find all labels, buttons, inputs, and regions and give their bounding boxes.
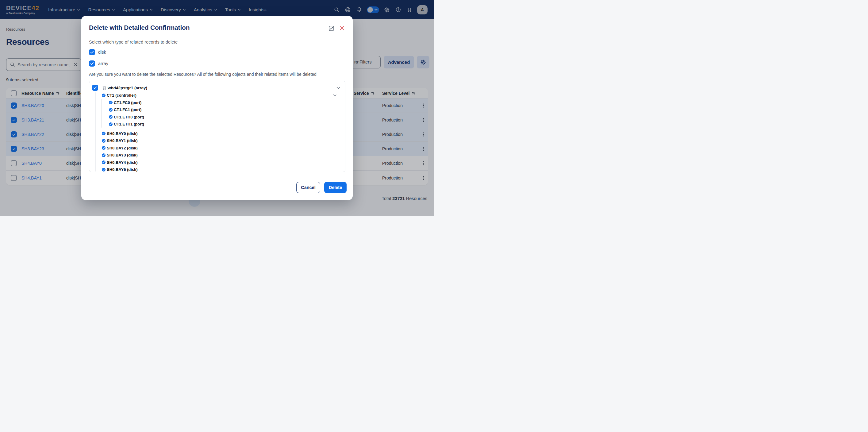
check-circle-icon bbox=[102, 94, 105, 97]
check-icon bbox=[93, 86, 97, 90]
check-circle-icon bbox=[109, 101, 113, 104]
tree-node-disk: SH0.BAY1 (disk) bbox=[89, 137, 345, 145]
tree-node-label: SH0.BAY3 (disk) bbox=[107, 153, 138, 157]
check-circle-icon bbox=[102, 132, 105, 135]
tree-node-port: CT1.ETH1 (port) bbox=[89, 121, 345, 128]
check-circle-icon bbox=[109, 115, 113, 119]
check-icon bbox=[90, 50, 94, 54]
tree-node-label: SH0.BAY0 (disk) bbox=[107, 131, 138, 136]
close-icon[interactable] bbox=[339, 26, 345, 31]
tree-root-row: wbd42pstgr1 (array) bbox=[89, 84, 345, 92]
tree-node-label: CT1.ETH0 (port) bbox=[114, 115, 144, 119]
check-circle-icon bbox=[109, 122, 113, 126]
tree-node-label: SH0.BAY2 (disk) bbox=[107, 146, 138, 150]
cancel-button[interactable]: Cancel bbox=[296, 182, 320, 193]
confirmation-message: Are you sure you want to delete the sele… bbox=[89, 72, 316, 77]
delete-confirmation-modal: Delete with Detailed Confirmation Select… bbox=[81, 16, 353, 200]
disk-checkbox[interactable] bbox=[89, 49, 95, 55]
check-circle-icon bbox=[102, 160, 105, 164]
tree-root-label: wbd42pstgr1 (array) bbox=[107, 86, 147, 90]
tree-node-label: CT1.FC0 (port) bbox=[114, 100, 142, 105]
app-root: DEVICE42 A Freshworks Company Infrastruc… bbox=[0, 0, 434, 216]
tree-node-disk: SH0.BAY2 (disk) bbox=[89, 145, 345, 152]
trash-icon bbox=[102, 86, 106, 90]
tree-node-port: CT1.FC1 (port) bbox=[89, 106, 345, 114]
checkbox-label: array bbox=[98, 61, 108, 66]
tree-node-label: SH0.BAY5 (disk) bbox=[107, 167, 138, 172]
modal-title: Delete with Detailed Confirmation bbox=[89, 24, 190, 31]
tree-node-controller: CT1 (controller) bbox=[89, 92, 345, 99]
tree-node-port: CT1.ETH0 (port) bbox=[89, 114, 345, 121]
tree-node-disk: SH0.BAY0 (disk) bbox=[89, 130, 345, 137]
check-circle-icon bbox=[102, 153, 105, 157]
check-icon bbox=[90, 61, 94, 66]
chevron-down-icon[interactable] bbox=[333, 93, 337, 98]
expand-modal-icon[interactable] bbox=[328, 25, 335, 32]
tree-node-port: CT1.FC0 (port) bbox=[89, 99, 345, 106]
checkbox-label: disk bbox=[98, 50, 106, 55]
chevron-down-icon[interactable] bbox=[336, 85, 341, 90]
related-objects-tree: wbd42pstgr1 (array) CT1 (controller) CT1… bbox=[89, 81, 345, 172]
delete-button[interactable]: Delete bbox=[324, 182, 347, 193]
tree-node-label: CT1.ETH1 (port) bbox=[114, 122, 144, 126]
tree-node-disk: SH0.BAY5 (disk) bbox=[89, 166, 345, 172]
type-checkbox-row-array: array bbox=[89, 60, 108, 67]
modal-subtitle: Select which type of related records to … bbox=[89, 39, 178, 44]
array-checkbox[interactable] bbox=[89, 60, 95, 67]
check-circle-icon bbox=[102, 168, 105, 172]
check-circle-icon bbox=[102, 139, 105, 143]
check-circle-icon bbox=[102, 146, 105, 150]
tree-node-label: SH0.BAY4 (disk) bbox=[107, 160, 138, 165]
check-circle-icon bbox=[109, 108, 113, 112]
tree-node-label: CT1.FC1 (port) bbox=[114, 107, 142, 112]
tree-node-disk: SH0.BAY4 (disk) bbox=[89, 159, 345, 166]
type-checkbox-row-disk: disk bbox=[89, 49, 106, 55]
tree-node-disk: SH0.BAY3 (disk) bbox=[89, 152, 345, 159]
tree-node-label: CT1 (controller) bbox=[107, 93, 136, 98]
tree-node-label: SH0.BAY1 (disk) bbox=[107, 138, 138, 143]
tree-root-checkbox[interactable] bbox=[92, 85, 98, 91]
modal-footer: Cancel Delete bbox=[296, 182, 347, 193]
